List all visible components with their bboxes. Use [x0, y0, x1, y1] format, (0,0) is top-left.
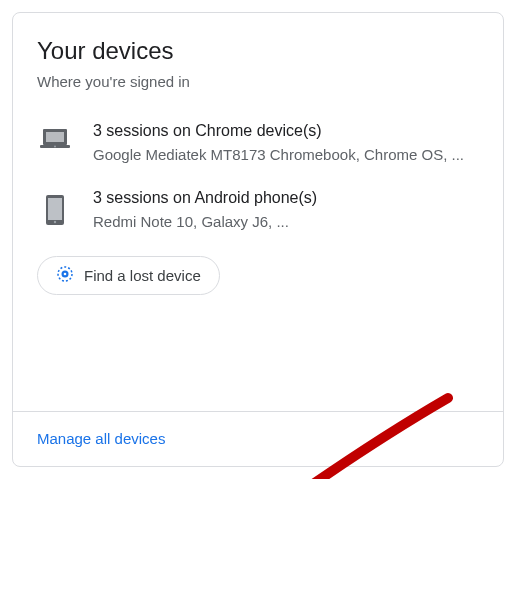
target-icon	[56, 265, 74, 286]
device-subtitle: Google Mediatek MT8173 Chromebook, Chrom…	[93, 144, 479, 165]
devices-card: Your devices Where you're signed in 3 se…	[12, 12, 504, 467]
laptop-icon	[37, 122, 73, 150]
device-title: 3 sessions on Android phone(s)	[93, 189, 479, 207]
manage-all-devices-link[interactable]: Manage all devices	[37, 430, 165, 447]
spacer	[37, 295, 479, 395]
svg-point-6	[54, 221, 56, 223]
device-info: 3 sessions on Android phone(s) Redmi Not…	[93, 189, 479, 232]
svg-rect-5	[48, 198, 62, 220]
card-content: Your devices Where you're signed in 3 se…	[13, 13, 503, 411]
card-subtitle: Where you're signed in	[37, 73, 479, 90]
device-title: 3 sessions on Chrome device(s)	[93, 122, 479, 140]
device-row-android[interactable]: 3 sessions on Android phone(s) Redmi Not…	[37, 177, 479, 244]
find-device-label: Find a lost device	[84, 267, 201, 284]
device-row-chrome[interactable]: 3 sessions on Chrome device(s) Google Me…	[37, 110, 479, 177]
svg-rect-1	[46, 132, 64, 142]
device-info: 3 sessions on Chrome device(s) Google Me…	[93, 122, 479, 165]
card-footer: Manage all devices	[13, 411, 503, 466]
svg-point-3	[54, 146, 56, 148]
phone-icon	[37, 189, 73, 225]
find-lost-device-button[interactable]: Find a lost device	[37, 256, 220, 295]
card-title: Your devices	[37, 37, 479, 65]
svg-point-9	[64, 273, 67, 276]
device-subtitle: Redmi Note 10, Galaxy J6, ...	[93, 211, 479, 232]
